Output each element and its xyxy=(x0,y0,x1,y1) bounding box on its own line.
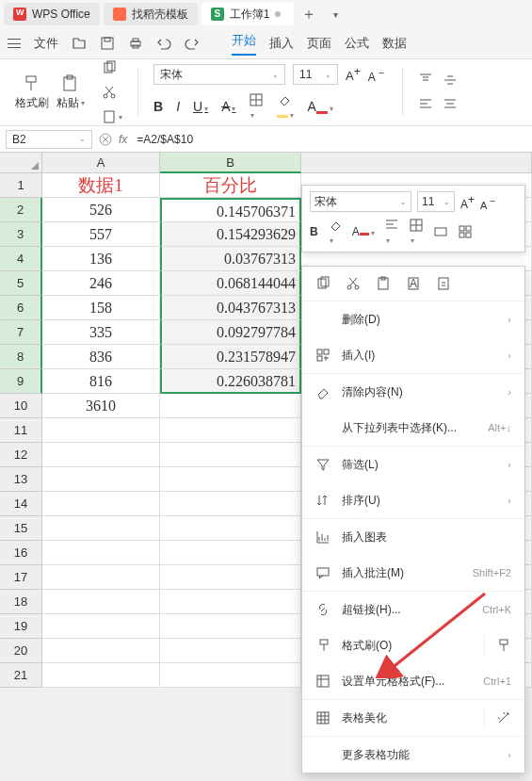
copy-icon[interactable] xyxy=(102,60,117,75)
align-middle-icon[interactable] xyxy=(443,73,458,88)
cell[interactable]: 158 xyxy=(42,296,160,320)
select-all-cell[interactable] xyxy=(0,153,42,173)
ctx-delete[interactable]: 删除(D)› xyxy=(302,301,524,337)
mini-merge-button[interactable] xyxy=(433,224,448,239)
ctx-brush[interactable]: 格式刷(O) xyxy=(302,627,524,663)
cell[interactable] xyxy=(160,467,301,492)
cell[interactable]: 816 xyxy=(42,369,160,394)
row-header[interactable]: 11 xyxy=(0,418,42,443)
ctx-paste-special-icon[interactable] xyxy=(436,276,451,291)
row-header[interactable]: 9 xyxy=(0,369,42,394)
ctx-link[interactable]: 超链接(H)...Ctrl+K xyxy=(302,592,524,627)
row-header[interactable]: 15 xyxy=(0,516,42,541)
ctx-insert[interactable]: 插入(I)› xyxy=(302,337,524,373)
row-header[interactable]: 20 xyxy=(0,639,42,663)
menu-insert[interactable]: 插入 xyxy=(269,35,294,52)
menu-file[interactable]: 文件 xyxy=(34,35,58,52)
cell[interactable] xyxy=(42,663,160,688)
menu-data[interactable]: 数据 xyxy=(382,35,407,52)
mini-sum-button[interactable] xyxy=(458,224,473,239)
cell[interactable]: 0.154293629 xyxy=(160,222,301,247)
ctx-beautify[interactable]: 表格美化 xyxy=(302,700,524,736)
menu-formula[interactable]: 公式 xyxy=(345,35,369,52)
ctx-cellformat[interactable]: 设置单元格格式(F)...Ctrl+1 xyxy=(302,663,524,699)
cell[interactable]: 526 xyxy=(42,198,160,222)
ctx-paste-text-icon[interactable]: A xyxy=(406,276,421,291)
cell[interactable] xyxy=(160,443,301,467)
print-icon[interactable] xyxy=(128,36,143,51)
ctx-sort[interactable]: 排序(U)› xyxy=(302,482,524,518)
cell[interactable]: 3610 xyxy=(42,394,160,418)
strike-button[interactable]: A▾ xyxy=(221,99,235,114)
cell[interactable]: 0.092797784 xyxy=(160,320,301,345)
ctx-droplist[interactable]: 从下拉列表中选择(K)...Alt+↓ xyxy=(302,410,524,446)
tab-wps-office[interactable]: WPS Office xyxy=(4,3,100,25)
redo-icon[interactable] xyxy=(185,36,200,51)
fx-icon[interactable]: fx xyxy=(119,133,127,146)
mini-grow-icon[interactable]: A+ xyxy=(460,193,475,211)
row-header[interactable]: 2 xyxy=(0,198,42,222)
cell[interactable]: 836 xyxy=(42,345,160,369)
cell[interactable] xyxy=(42,639,160,663)
cell[interactable] xyxy=(160,541,301,565)
font-grow-icon[interactable]: A+ xyxy=(346,65,361,83)
italic-button[interactable]: I xyxy=(176,99,180,114)
tab-workbook[interactable]: S工作簿1 xyxy=(202,3,295,25)
mini-border-button[interactable]: ▾ xyxy=(409,218,424,246)
mini-size-select[interactable]: 11⌄ xyxy=(417,191,455,212)
menu-page[interactable]: 页面 xyxy=(307,35,331,52)
cell[interactable] xyxy=(160,663,301,688)
cell[interactable]: 0.231578947 xyxy=(160,345,301,369)
cell[interactable] xyxy=(160,418,301,443)
fill-color-button[interactable]: ▾ xyxy=(277,92,294,121)
save-icon[interactable] xyxy=(100,36,115,51)
row-header[interactable]: 1 xyxy=(0,173,42,198)
row-header[interactable]: 17 xyxy=(0,565,42,590)
row-header[interactable]: 19 xyxy=(0,614,42,639)
mini-font-select[interactable]: 宋体⌄ xyxy=(310,191,411,212)
cell[interactable]: 335 xyxy=(42,320,160,345)
ctx-filter[interactable]: 筛选(L)› xyxy=(302,447,524,482)
ctx-clear[interactable]: 清除内容(N)› xyxy=(302,374,524,410)
mini-shrink-icon[interactable]: A－ xyxy=(480,193,498,211)
cell[interactable] xyxy=(42,443,160,467)
col-header[interactable]: A xyxy=(42,153,160,173)
cell[interactable]: 数据1 xyxy=(42,173,160,198)
formula-input[interactable] xyxy=(133,130,526,149)
cell[interactable] xyxy=(160,614,301,639)
cell[interactable] xyxy=(160,492,301,516)
cell[interactable]: 0.043767313 xyxy=(160,296,301,320)
undo-icon[interactable] xyxy=(156,36,171,51)
cancel-formula-icon[interactable] xyxy=(98,132,113,147)
cell[interactable]: 246 xyxy=(42,271,160,296)
cell[interactable]: 0.226038781 xyxy=(160,369,301,394)
row-header[interactable]: 12 xyxy=(0,443,42,467)
cell[interactable]: 0.068144044 xyxy=(160,271,301,296)
row-header[interactable]: 10 xyxy=(0,394,42,418)
brush-alt-icon[interactable] xyxy=(496,638,511,653)
row-header[interactable]: 5 xyxy=(0,271,42,296)
row-header[interactable]: 7 xyxy=(0,320,42,345)
cell[interactable] xyxy=(160,394,301,418)
tab-overflow-button[interactable]: ▾ xyxy=(324,3,347,25)
align-left-icon[interactable] xyxy=(418,97,433,112)
ctx-paste-icon[interactable] xyxy=(376,276,391,291)
align-center-icon[interactable] xyxy=(443,97,458,112)
bold-button[interactable]: B xyxy=(153,99,163,114)
row-header[interactable]: 14 xyxy=(0,492,42,516)
mini-fontcolor-button[interactable]: A▾ xyxy=(352,225,375,238)
ctx-chart[interactable]: 插入图表 xyxy=(302,519,524,555)
cell[interactable] xyxy=(160,516,301,541)
mini-align-button[interactable]: ▾ xyxy=(384,218,399,246)
underline-button[interactable]: U▾ xyxy=(193,99,208,114)
font-size-select[interactable]: 11⌄ xyxy=(293,64,338,85)
cell[interactable]: 百分比 xyxy=(160,173,301,198)
cell[interactable] xyxy=(160,565,301,590)
cut-icon[interactable] xyxy=(102,85,117,100)
row-header[interactable]: 13 xyxy=(0,467,42,492)
cell[interactable] xyxy=(42,467,160,492)
row-header[interactable]: 6 xyxy=(0,296,42,320)
magic-icon[interactable] xyxy=(496,710,511,725)
cell[interactable] xyxy=(42,590,160,614)
ctx-comment[interactable]: 插入批注(M)Shift+F2 xyxy=(302,555,524,591)
